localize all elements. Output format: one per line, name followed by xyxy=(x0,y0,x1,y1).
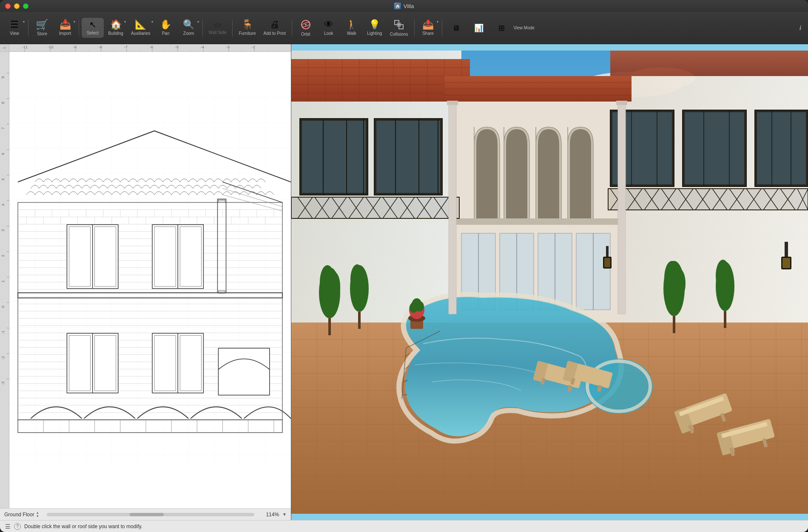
svg-text:-11: -11 xyxy=(22,45,28,49)
split-icon: ⊞ xyxy=(498,24,505,32)
toolbar-store[interactable]: 🛒 Store xyxy=(31,17,53,39)
app-icon: 🏠 xyxy=(394,3,401,9)
import-icon: 📥 xyxy=(60,20,71,29)
3d-icon: 📊 xyxy=(474,24,484,32)
svg-point-2 xyxy=(305,24,307,25)
svg-rect-297 xyxy=(673,316,675,333)
furniture-icon: 🪑 xyxy=(242,20,253,29)
svg-text:-6: -6 xyxy=(150,45,153,49)
separator-4 xyxy=(232,20,233,37)
building-dropdown-arrow: ▾ xyxy=(124,20,126,24)
svg-text:-10: -10 xyxy=(48,45,53,49)
floor-down-arrow[interactable]: ▼ xyxy=(36,515,39,518)
toolbar-view[interactable]: ▾ ☰ View xyxy=(3,17,26,38)
toolbar-walk[interactable]: 🚶 Walk xyxy=(341,17,363,38)
right-panel-3d[interactable] xyxy=(291,44,808,520)
svg-text:-1: -1 xyxy=(1,331,5,334)
svg-rect-198 xyxy=(291,197,459,218)
floor-selector[interactable]: Ground Floor ▲ ▼ xyxy=(4,511,39,518)
toolbar-split[interactable]: ⊞ xyxy=(491,22,513,34)
look-icon: 👁 xyxy=(324,20,333,29)
svg-rect-330 xyxy=(604,258,610,267)
toolbar-building[interactable]: ▾ 🏠 Building xyxy=(105,17,127,38)
toolbar-collisions[interactable]: Collisions xyxy=(387,17,412,39)
toolbar-share[interactable]: ▾ 📤 Share xyxy=(417,17,439,38)
add-to-print-icon: 🖨 xyxy=(270,20,279,29)
toolbar-auxiliaries[interactable]: ▾ 📐 Auxiliaries xyxy=(128,17,154,38)
blueprint-drawing xyxy=(9,52,291,508)
separator-3 xyxy=(202,20,203,37)
svg-point-292 xyxy=(350,264,364,294)
toolbar: ▾ ☰ View 🛒 Store ▾ 📥 Import ↖ Select ▾ 🏠… xyxy=(0,12,808,44)
3d-render xyxy=(291,44,808,520)
toolbar-zoom[interactable]: ▾ 🔍 Zoom xyxy=(178,17,200,38)
toolbar-3d[interactable]: 📊 xyxy=(468,22,490,34)
building-icon: 🏠 xyxy=(110,20,122,29)
toolbar-orbit[interactable]: Orbit xyxy=(295,17,317,39)
svg-text:8: 8 xyxy=(1,102,5,104)
svg-rect-338 xyxy=(616,101,627,105)
toolbar-pan[interactable]: ✋ Pan xyxy=(155,17,177,38)
import-dropdown-arrow: ▾ xyxy=(74,20,75,24)
toolbar-lighting[interactable]: 💡 Lighting xyxy=(364,17,386,38)
floor-up-arrow[interactable]: ▲ xyxy=(36,511,39,514)
svg-text:-2: -2 xyxy=(1,356,5,359)
minimize-button[interactable] xyxy=(14,3,20,9)
svg-rect-325 xyxy=(785,242,788,259)
drawing-canvas-2d[interactable] xyxy=(9,52,291,508)
svg-rect-327 xyxy=(782,258,790,268)
left-bottom-bar: Ground Floor ▲ ▼ 114% ▼ xyxy=(0,508,291,520)
floor-arrows[interactable]: ▲ ▼ xyxy=(36,511,39,518)
ruler-horizontal: -11 -10 -9 -8 -7 -6 xyxy=(9,44,291,52)
svg-text:9: 9 xyxy=(1,76,5,78)
toolbar-2d[interactable]: 🖥 xyxy=(445,22,467,34)
toolbar-select[interactable]: ↖ Select xyxy=(82,18,104,38)
svg-rect-337 xyxy=(447,101,458,105)
svg-rect-300 xyxy=(724,311,726,328)
zoom-down-arrow[interactable]: ▼ xyxy=(282,512,287,517)
close-button[interactable] xyxy=(5,3,11,9)
svg-rect-335 xyxy=(449,102,456,314)
svg-text:1: 1 xyxy=(1,280,5,282)
svg-point-289 xyxy=(327,272,340,301)
ruler-corner: m xyxy=(0,44,9,52)
lighting-icon: 💡 xyxy=(369,20,380,29)
separator-5 xyxy=(292,20,292,37)
left-panel-2d: m -11 -10 -9 -8 xyxy=(0,44,291,520)
svg-rect-179 xyxy=(453,218,623,225)
zoom-icon: 🔍 xyxy=(183,20,194,29)
walk-icon: 🚶 xyxy=(346,20,357,29)
horizontal-scrollbar[interactable] xyxy=(47,513,254,516)
2d-icon: 🖥 xyxy=(452,24,460,32)
svg-rect-190 xyxy=(302,121,366,193)
scrollbar-thumb[interactable] xyxy=(130,513,164,516)
svg-text:-4: -4 xyxy=(201,45,204,49)
svg-text:-3: -3 xyxy=(226,45,230,49)
toolbar-furniture[interactable]: 🪑 Furniture xyxy=(235,17,259,38)
auxiliaries-icon: 📐 xyxy=(135,20,146,29)
toolbar-add-to-print[interactable]: 🖨 Add to Print xyxy=(260,17,289,38)
separator-6 xyxy=(414,20,415,37)
share-icon: 📤 xyxy=(422,20,434,29)
toolbar-look[interactable]: 👁 Look xyxy=(318,17,340,38)
svg-text:0: 0 xyxy=(1,306,5,308)
svg-text:-8: -8 xyxy=(99,45,102,49)
svg-text:5: 5 xyxy=(1,178,5,180)
toolbar-wall-side[interactable]: ▭ Wall Side xyxy=(205,18,230,37)
toolbar-import[interactable]: ▾ 📥 Import xyxy=(54,17,76,38)
drawing-area[interactable]: 9 8 7 6 5 4 3 2 xyxy=(0,52,291,508)
ruler-top-row: m -11 -10 -9 -8 xyxy=(0,44,291,52)
svg-point-296 xyxy=(673,269,686,298)
svg-text:-5: -5 xyxy=(175,45,179,49)
svg-text:-3: -3 xyxy=(1,382,5,385)
info-button[interactable]: i xyxy=(796,23,805,33)
titlebar: 🏠 Villa xyxy=(0,0,808,12)
help-icon: ? xyxy=(14,523,21,530)
svg-rect-221 xyxy=(685,112,744,184)
maximize-button[interactable] xyxy=(23,3,28,9)
view-dropdown-arrow: ▾ xyxy=(23,20,25,24)
wall-side-icon: ▭ xyxy=(214,21,221,28)
orbit-icon xyxy=(300,19,311,30)
svg-text:6: 6 xyxy=(1,153,5,155)
app-window: 🏠 Villa ▾ ☰ View 🛒 Store ▾ 📥 Import ↖ Se… xyxy=(0,0,808,532)
